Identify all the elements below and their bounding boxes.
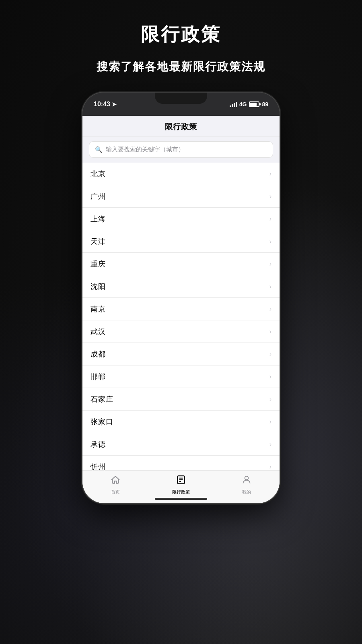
network-type: 4G: [239, 101, 247, 107]
tab-icon-book: [176, 475, 186, 487]
city-name: 沈阳: [90, 282, 106, 291]
chevron-right-icon: ›: [269, 283, 272, 290]
status-right: 4G 89: [230, 101, 268, 107]
chevron-right-icon: ›: [269, 418, 272, 425]
battery-icon: [249, 101, 259, 107]
city-name: 张家口: [90, 417, 113, 427]
page-main-title: 限行政策: [0, 22, 362, 47]
signal-icon: [230, 101, 237, 107]
svg-point-4: [245, 476, 249, 480]
city-name: 成都: [90, 349, 106, 359]
city-name: 北京: [90, 169, 106, 179]
search-container: 🔍 输入要搜索的关键字（城市）: [82, 136, 280, 163]
city-list-item[interactable]: 南京 ›: [82, 298, 280, 320]
chevron-right-icon: ›: [269, 373, 272, 380]
city-list-item[interactable]: 天津 ›: [82, 230, 280, 253]
chevron-right-icon: ›: [269, 305, 272, 313]
city-list-item[interactable]: 广州 ›: [82, 185, 280, 208]
phone-wrapper: 10:43 ➤ 4G 89 限行政策: [0, 93, 362, 503]
city-list-item[interactable]: 邯郸 ›: [82, 365, 280, 388]
search-icon: 🔍: [95, 146, 103, 153]
city-name: 广州: [90, 192, 106, 201]
city-list-item[interactable]: 上海 ›: [82, 208, 280, 230]
city-name: 武汉: [90, 327, 106, 336]
city-name: 石家庄: [90, 394, 113, 404]
city-list-item[interactable]: 北京 ›: [82, 163, 280, 185]
search-placeholder-text: 输入要搜索的关键字（城市）: [106, 146, 184, 153]
nav-bar: 限行政策: [82, 116, 280, 136]
chevron-right-icon: ›: [269, 463, 272, 470]
tab-首页[interactable]: 首页: [82, 475, 148, 495]
search-bar[interactable]: 🔍 输入要搜索的关键字（城市）: [89, 141, 273, 158]
city-list-item[interactable]: 忻州 ›: [82, 456, 280, 470]
tab-label-person: 我的: [242, 489, 251, 495]
chevron-right-icon: ›: [269, 328, 272, 335]
city-list-item[interactable]: 沈阳 ›: [82, 275, 280, 298]
tab-icon-person: [241, 475, 252, 487]
phone-frame: 10:43 ➤ 4G 89 限行政策: [82, 93, 280, 503]
status-time: 10:43 ➤: [94, 101, 117, 108]
tab-我的[interactable]: 我的: [214, 475, 280, 495]
city-list-item[interactable]: 张家口 ›: [82, 411, 280, 433]
chevron-right-icon: ›: [269, 215, 272, 223]
city-name: 重庆: [90, 259, 106, 269]
chevron-right-icon: ›: [269, 260, 272, 268]
city-name: 南京: [90, 304, 106, 314]
city-list-item[interactable]: 武汉 ›: [82, 320, 280, 343]
city-name: 邯郸: [90, 372, 106, 382]
chevron-right-icon: ›: [269, 238, 272, 245]
tab-label-book: 限行政策: [172, 489, 190, 495]
chevron-right-icon: ›: [269, 441, 272, 448]
nav-title: 限行政策: [165, 122, 197, 131]
city-name: 天津: [90, 237, 106, 246]
city-list-item[interactable]: 承德 ›: [82, 433, 280, 456]
city-list-item[interactable]: 重庆 ›: [82, 253, 280, 275]
tab-label-home: 首页: [111, 489, 120, 495]
top-section: 限行政策 搜索了解各地最新限行政策法规: [0, 0, 362, 74]
tab-限行政策[interactable]: 限行政策: [148, 475, 214, 495]
city-name: 忻州: [90, 462, 106, 470]
status-bar: 10:43 ➤ 4G 89: [82, 93, 280, 116]
city-list-item[interactable]: 成都 ›: [82, 343, 280, 365]
home-indicator: [155, 498, 207, 500]
location-icon: ➤: [112, 101, 117, 107]
page-subtitle: 搜索了解各地最新限行政策法规: [0, 59, 362, 74]
battery-level: 89: [262, 101, 268, 107]
chevron-right-icon: ›: [269, 170, 272, 178]
tab-icon-home: [110, 475, 121, 487]
city-name: 上海: [90, 214, 106, 224]
chevron-right-icon: ›: [269, 396, 272, 403]
phone-screen: 限行政策 🔍 输入要搜索的关键字（城市） 北京 › 广州 › 上海 › 天津 ›: [82, 116, 280, 503]
chevron-right-icon: ›: [269, 351, 272, 358]
city-list-item[interactable]: 石家庄 ›: [82, 388, 280, 411]
city-name: 承德: [90, 440, 106, 449]
city-list: 北京 › 广州 › 上海 › 天津 › 重庆 › 沈阳 › 南京 › 武汉 › …: [82, 163, 280, 470]
chevron-right-icon: ›: [269, 193, 272, 200]
